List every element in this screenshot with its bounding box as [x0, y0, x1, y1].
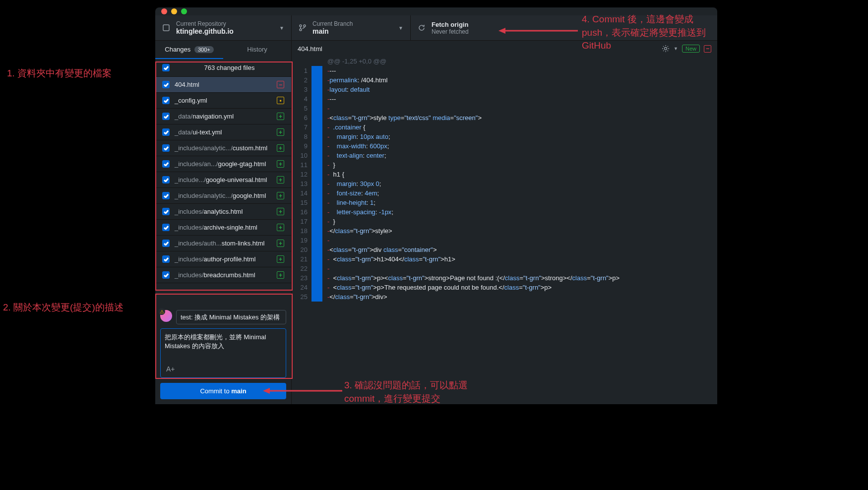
file-item[interactable]: _data/ui-text.yml+ [155, 124, 291, 140]
svg-rect-0 [163, 25, 169, 31]
avatar [160, 310, 172, 322]
chevron-down-icon: ▼ [398, 25, 403, 31]
status-icon: + [277, 176, 284, 184]
fetch-title: Fetch origin [432, 21, 469, 28]
minimize-window-button[interactable] [171, 8, 177, 14]
sidebar-tabs: Changes 300+ History [155, 41, 291, 59]
status-icon: • [277, 97, 284, 104]
arrow-3 [263, 386, 345, 396]
diff-editor: 404.html ▼ New − @@ -1,25 +0,0 @@1----2-… [292, 41, 717, 404]
file-checkbox[interactable] [162, 160, 170, 168]
file-item[interactable]: _include.../google-universal.html+ [155, 172, 291, 188]
tab-changes[interactable]: Changes 300+ [155, 41, 223, 59]
status-icon: + [277, 192, 284, 199]
annotation-1: 1. 資料夾中有變更的檔案 [7, 67, 112, 80]
svg-point-1 [300, 25, 302, 27]
branch-icon [299, 24, 307, 32]
status-icon: + [277, 144, 284, 152]
repo-label: Current Repository [176, 20, 234, 27]
fetch-sub: Never fetched [432, 28, 469, 35]
changes-count-badge: 300+ [194, 46, 214, 53]
status-icon: + [277, 208, 284, 215]
branch-label: Current Branch [312, 20, 353, 27]
status-icon: + [277, 240, 284, 247]
file-checkbox[interactable] [162, 144, 170, 152]
sidebar: Changes 300+ History 763 changed files 4… [155, 41, 292, 404]
file-item[interactable]: _includes/archive-single.html+ [155, 220, 291, 236]
file-item[interactable]: _config.yml• [155, 93, 291, 109]
add-coauthor-button[interactable]: A+ [164, 363, 286, 373]
file-checkbox[interactable] [162, 240, 170, 247]
status-icon: + [277, 255, 284, 263]
file-item[interactable]: _includes/breadcrumbs.html+ [155, 267, 291, 283]
chevron-down-icon: ▼ [279, 25, 284, 31]
status-icon: + [277, 113, 284, 120]
file-item[interactable]: _includes/auth...stom-links.html+ [155, 236, 291, 251]
maximize-window-button[interactable] [181, 8, 187, 14]
status-icon: + [277, 271, 284, 279]
svg-point-3 [300, 29, 302, 31]
file-item[interactable]: 404.html− [155, 77, 291, 93]
sync-icon [418, 24, 426, 32]
file-checkbox[interactable] [162, 255, 170, 263]
file-checkbox[interactable] [162, 208, 170, 215]
file-checkbox[interactable] [162, 271, 170, 279]
file-checkbox[interactable] [162, 128, 170, 136]
arrow-4 [498, 26, 580, 36]
branch-name: main [312, 27, 353, 35]
github-desktop-window: Current Repository ktinglee.github.io ▼ … [155, 7, 717, 404]
file-checkbox[interactable] [162, 192, 170, 199]
close-window-button[interactable] [161, 8, 167, 14]
branch-dropdown[interactable]: Current Branch main ▼ [292, 15, 411, 40]
svg-marker-8 [498, 28, 505, 34]
file-item[interactable]: _includes/author-profile.html+ [155, 251, 291, 267]
file-checkbox[interactable] [162, 113, 170, 120]
changes-summary[interactable]: 763 changed files [155, 59, 291, 77]
file-item[interactable]: _includes/an.../google-gtag.html+ [155, 156, 291, 172]
file-item[interactable]: _includes/analytic.../google.html+ [155, 188, 291, 204]
file-checkbox[interactable] [162, 224, 170, 231]
diff-content[interactable]: @@ -1,25 +0,0 @@1----2-permalink: /404.h… [292, 57, 717, 404]
file-item[interactable]: _includes/analytics.html+ [155, 204, 291, 220]
annotation-2: 2. 關於本次變更(提交)的描述 [3, 301, 124, 314]
commit-summary-input[interactable] [176, 310, 286, 324]
status-icon: − [277, 81, 284, 88]
file-checkbox[interactable] [162, 81, 170, 88]
editor-filename: 404.html [298, 45, 322, 53]
status-icon: + [277, 128, 284, 136]
file-list: 404.html−_config.yml•_data/navigation.ym… [155, 77, 291, 305]
file-item[interactable]: _includes/analytic.../custom.html+ [155, 140, 291, 156]
status-icon: + [277, 224, 284, 231]
repo-name: ktinglee.github.io [176, 27, 234, 35]
tab-history[interactable]: History [223, 41, 291, 59]
repository-dropdown[interactable]: Current Repository ktinglee.github.io ▼ [155, 15, 292, 40]
select-all-checkbox[interactable] [162, 64, 170, 71]
annotation-4: 4. Commit 後，這邊會變成 push，表示確定將變更推送到 GitHub [582, 13, 711, 53]
file-checkbox[interactable] [162, 176, 170, 184]
file-item[interactable]: _data/navigation.yml+ [155, 109, 291, 124]
annotation-3: 3. 確認沒問題的話，可以點選 commit，進行變更提交 [344, 379, 468, 405]
status-icon: + [277, 160, 284, 168]
svg-marker-6 [263, 388, 270, 394]
repo-icon [162, 24, 170, 32]
svg-point-2 [304, 25, 306, 27]
file-checkbox[interactable] [162, 97, 170, 104]
